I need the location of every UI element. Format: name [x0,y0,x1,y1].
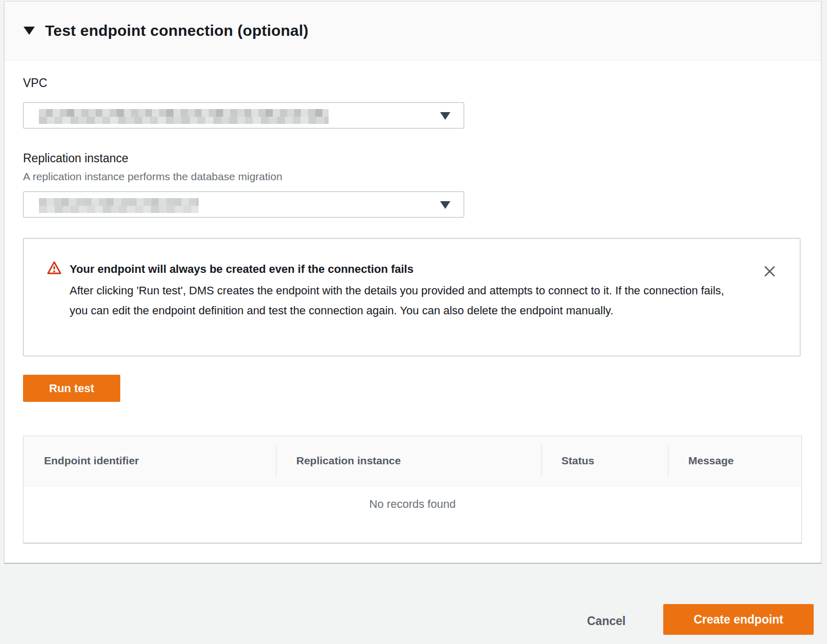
table-empty-state: No records found [24,486,801,543]
column-header-status[interactable]: Status [541,436,668,485]
warning-body: After clicking 'Run test', DMS creates t… [70,281,740,320]
section-header-test-endpoint-connection[interactable]: Test endpoint connection (optional) [5,2,821,60]
warning-alert: Your endpoint will always be created eve… [23,238,800,356]
cancel-button[interactable]: Cancel [579,610,634,632]
section-title: Test endpoint connection (optional) [45,22,309,39]
test-endpoint-connection-panel: Test endpoint connection (optional) VPC … [4,1,821,563]
test-results-table: Endpoint identifier Replication instance… [23,436,802,543]
column-header-endpoint-identifier[interactable]: Endpoint identifier [24,436,276,485]
column-header-message[interactable]: Message [668,436,801,485]
close-icon[interactable] [761,263,778,281]
create-endpoint-button[interactable]: Create endpoint [663,604,814,635]
dropdown-caret-icon [440,112,450,120]
table-header-row: Endpoint identifier Replication instance… [24,436,801,486]
warning-triangle-icon [46,260,62,275]
warning-title: Your endpoint will always be created eve… [70,263,413,276]
replication-instance-label: Replication instance [23,152,128,165]
replication-instance-description: A replication instance performs the data… [23,170,282,183]
vpc-selected-value-redacted [39,109,329,124]
replication-instance-select[interactable] [23,191,464,218]
run-test-button[interactable]: Run test [23,375,120,402]
dropdown-caret-icon [440,201,450,209]
replication-instance-selected-value-redacted [39,198,199,213]
triangle-down-icon [24,27,35,35]
column-header-replication-instance[interactable]: Replication instance [276,436,541,485]
vpc-select[interactable] [23,102,464,128]
vpc-label: VPC [23,76,47,90]
